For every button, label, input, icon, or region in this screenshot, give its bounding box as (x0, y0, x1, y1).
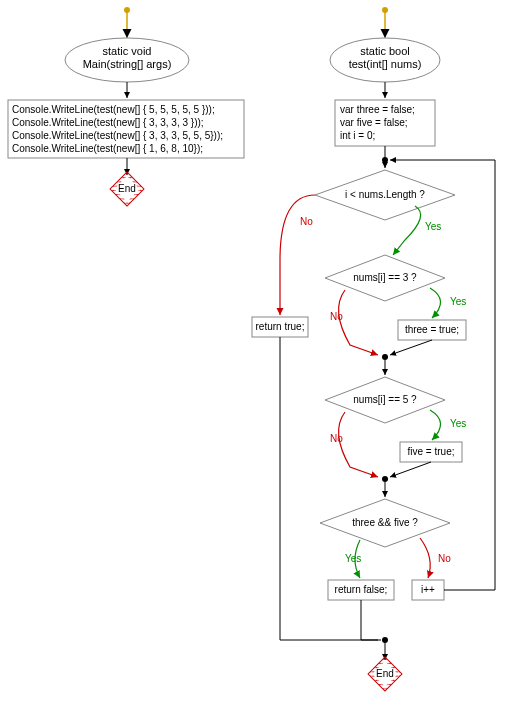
increment-label: i++ (421, 584, 435, 595)
start-label1: static void (103, 45, 152, 57)
proc-line-3: Console.WriteLine(test(new[] { 1, 6, 8, … (12, 143, 203, 154)
init-2: int i = 0; (340, 130, 375, 141)
svg-point-16 (382, 157, 388, 163)
return-true-label: return true; (256, 321, 305, 332)
d3-no: No (330, 433, 343, 444)
three-true-label: three = true; (405, 324, 459, 335)
start-label2: Main(string[] args) (83, 58, 172, 70)
d3-label: nums[i] == 5 ? (353, 394, 417, 405)
end-label-right: End (376, 668, 394, 679)
d2-label: nums[i] == 3 ? (353, 272, 417, 283)
end-node-left: End (110, 172, 144, 206)
svg-point-10 (382, 354, 388, 360)
d4-label: three && five ? (352, 517, 418, 528)
svg-point-7 (382, 7, 388, 13)
d4-no: No (438, 553, 451, 564)
flowchart-right: static bool test(int[] nums) var three =… (252, 7, 495, 691)
svg-point-13 (382, 476, 388, 482)
d1-no: No (300, 216, 313, 227)
d2-no: No (330, 311, 343, 322)
flowchart-left: static void Main(string[] args) Console.… (8, 7, 244, 206)
start-test-l2: test(int[] nums) (349, 58, 422, 70)
d4-yes: Yes (345, 553, 361, 564)
init-0: var three = false; (340, 104, 415, 115)
d3-yes: Yes (450, 418, 466, 429)
svg-line-11 (390, 340, 432, 355)
init-1: var five = false; (340, 117, 408, 128)
end-node-right: End (368, 657, 402, 691)
d1-yes: Yes (425, 221, 441, 232)
proc-line-2: Console.WriteLine(test(new[] { 3, 3, 3, … (12, 130, 223, 141)
proc-line-0: Console.WriteLine(test(new[] { 5, 5, 5, … (12, 104, 215, 115)
proc-line-1: Console.WriteLine(test(new[] { 3, 3, 3, … (12, 117, 204, 128)
d1-label: i < nums.Length ? (345, 189, 425, 200)
return-false-label: return false; (335, 584, 388, 595)
svg-point-20 (382, 637, 388, 643)
d2-yes: Yes (450, 296, 466, 307)
svg-line-14 (390, 462, 431, 477)
svg-point-1 (124, 7, 130, 13)
start-test-l1: static bool (360, 45, 410, 57)
five-true-label: five = true; (408, 446, 455, 457)
end-label-left: End (118, 183, 136, 194)
